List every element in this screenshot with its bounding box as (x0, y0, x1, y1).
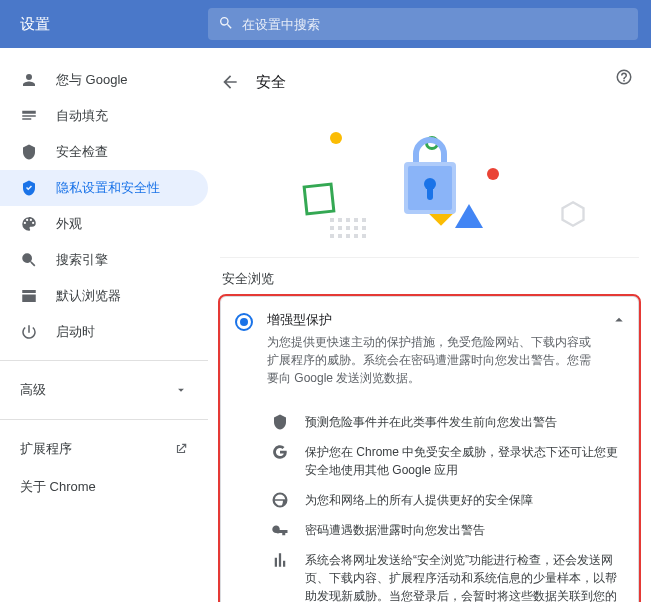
power-icon (20, 323, 38, 341)
hero-illustration (220, 108, 639, 258)
sidebar-item-on-startup[interactable]: 启动时 (0, 314, 208, 350)
feature-text: 系统会将网址发送给“安全浏览”功能进行检查，还会发送网页、下载内容、扩展程序活动… (305, 551, 624, 602)
sidebar-item-label: 外观 (56, 215, 82, 233)
palette-icon (20, 215, 38, 233)
autofill-icon (20, 107, 38, 125)
security-icon (20, 179, 38, 197)
sidebar-item-privacy-security[interactable]: 隐私设置和安全性 (0, 170, 208, 206)
sidebar-item-safety-check[interactable]: 安全检查 (0, 134, 208, 170)
radio-enhanced[interactable] (235, 313, 253, 331)
sidebar-item-search-engine[interactable]: 搜索引擎 (0, 242, 208, 278)
option-enhanced: 增强型保护 为您提供更快速主动的保护措施，免受危险网站、下载内容或扩展程序的威胁… (220, 296, 639, 602)
sidebar-item-appearance[interactable]: 外观 (0, 206, 208, 242)
sidebar-item-label: 隐私设置和安全性 (56, 179, 160, 197)
option-enhanced-desc: 为您提供更快速主动的保护措施，免受危险网站、下载内容或扩展程序的威胁。系统会在密… (267, 333, 602, 387)
back-icon[interactable] (220, 72, 240, 92)
key-icon (271, 521, 289, 539)
decor-hexagon (559, 200, 587, 228)
app-title: 设置 (0, 15, 208, 34)
svg-marker-0 (563, 202, 584, 225)
extensions-label: 扩展程序 (20, 440, 72, 458)
sidebar-item-label: 自动填充 (56, 107, 108, 125)
google-g-icon (271, 443, 289, 461)
open-external-icon (174, 442, 188, 456)
lock-illustration (396, 134, 464, 223)
svg-rect-4 (427, 186, 433, 200)
advanced-label: 高级 (20, 381, 46, 399)
option-enhanced-title: 增强型保护 (267, 311, 602, 329)
chevron-up-icon[interactable] (610, 311, 628, 329)
sidebar-item-you-and-google[interactable]: 您与 Google (0, 62, 208, 98)
shield-check-icon (20, 143, 38, 161)
sidebar-item-label: 安全检查 (56, 143, 108, 161)
separator (0, 419, 208, 420)
sidebar-item-autofill[interactable]: 自动填充 (0, 98, 208, 134)
browser-icon (20, 287, 38, 305)
decor-circle-red (487, 168, 499, 180)
search-engine-icon (20, 251, 38, 269)
analytics-icon (271, 551, 289, 569)
sidebar-extensions[interactable]: 扩展程序 (0, 430, 208, 468)
feature-text: 预测危险事件并在此类事件发生前向您发出警告 (305, 413, 557, 431)
option-enhanced-header[interactable]: 增强型保护 为您提供更快速主动的保护措施，免受危险网站、下载内容或扩展程序的威胁… (221, 297, 638, 397)
chevron-down-icon (174, 383, 188, 397)
search-box[interactable] (208, 8, 638, 40)
sidebar-item-label: 搜索引擎 (56, 251, 108, 269)
search-input[interactable] (242, 17, 628, 32)
decor-circle-yellow (330, 132, 342, 144)
sidebar-item-default-browser[interactable]: 默认浏览器 (0, 278, 208, 314)
sidebar-about[interactable]: 关于 Chrome (0, 468, 208, 506)
feature-text: 为您和网络上的所有人提供更好的安全保障 (305, 491, 533, 509)
decor-dots (330, 218, 366, 238)
sidebar-item-label: 默认浏览器 (56, 287, 121, 305)
separator (0, 360, 208, 361)
sidebar-item-label: 您与 Google (56, 71, 128, 89)
globe-icon (271, 491, 289, 509)
content-header: 安全 (220, 66, 639, 98)
decor-square-green (303, 183, 336, 216)
option-enhanced-body: 预测危险事件并在此类事件发生前向您发出警告 保护您在 Chrome 中免受安全威… (221, 397, 638, 602)
feature-text: 保护您在 Chrome 中免受安全威胁，登录状态下还可让您更安全地使用其他 Go… (305, 443, 624, 479)
help-icon[interactable] (615, 68, 633, 86)
page-title: 安全 (256, 73, 286, 92)
sidebar-item-label: 启动时 (56, 323, 95, 341)
feature-text: 密码遭遇数据泄露时向您发出警告 (305, 521, 485, 539)
section-title: 安全浏览 (222, 270, 639, 288)
sidebar: 您与 Google 自动填充 安全检查 隐私设置和安全性 外观 搜索引擎 默认浏… (0, 48, 208, 602)
person-icon (20, 71, 38, 89)
search-icon (218, 15, 234, 34)
sidebar-advanced[interactable]: 高级 (0, 371, 208, 409)
globe-shield-icon (271, 413, 289, 431)
